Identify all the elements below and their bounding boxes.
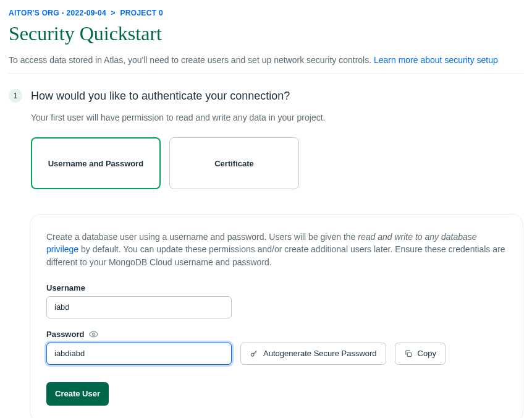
- password-label: Password: [46, 330, 507, 339]
- intro-link[interactable]: Learn more about security setup: [374, 55, 498, 65]
- auth-method-options: Username and Password Certificate: [31, 137, 523, 189]
- copy-button[interactable]: Copy: [395, 343, 445, 365]
- key-icon: [250, 349, 258, 358]
- page-title: Security Quickstart: [9, 22, 523, 45]
- breadcrumb-project[interactable]: PROJECT 0: [120, 9, 163, 17]
- username-input[interactable]: [46, 296, 232, 318]
- copy-label: Copy: [418, 349, 436, 358]
- panel-description: Create a database user using a username …: [46, 231, 507, 268]
- intro-text: To access data stored in Atlas, you'll n…: [9, 55, 523, 74]
- method-certificate[interactable]: Certificate: [169, 137, 299, 189]
- panel-desc-post: by default. You can update these permiss…: [46, 244, 505, 267]
- breadcrumb-sep: >: [111, 9, 116, 17]
- password-label-text: Password: [46, 330, 84, 339]
- autogenerate-button[interactable]: Autogenerate Secure Password: [240, 343, 386, 365]
- eye-icon[interactable]: [89, 330, 98, 339]
- autogenerate-label: Autogenerate Secure Password: [263, 349, 377, 358]
- step-1-badge: 1: [9, 89, 22, 103]
- breadcrumb: AITOR'S ORG - 2022-09-04 > PROJECT 0: [9, 9, 523, 17]
- svg-point-1: [251, 353, 254, 356]
- step-1-sub: Your first user will have permission to …: [31, 113, 523, 122]
- password-input[interactable]: [46, 343, 232, 365]
- step-1-heading: How would you like to authenticate your …: [31, 90, 290, 103]
- panel-desc-pre: Create a database user using a username …: [46, 232, 358, 242]
- breadcrumb-org[interactable]: AITOR'S ORG - 2022-09-04: [9, 9, 106, 17]
- intro-copy: To access data stored in Atlas, you'll n…: [9, 55, 374, 65]
- username-label: Username: [46, 283, 507, 292]
- step-1-header: 1 How would you like to authenticate you…: [9, 89, 523, 103]
- panel-desc-em: read and write to any database: [358, 232, 476, 242]
- svg-rect-2: [407, 352, 411, 356]
- method-username-password[interactable]: Username and Password: [31, 137, 161, 189]
- copy-icon: [404, 349, 413, 358]
- user-panel: Create a database user using a username …: [30, 214, 523, 418]
- create-user-button[interactable]: Create User: [46, 382, 109, 406]
- panel-privilege-link[interactable]: privilege: [46, 244, 78, 254]
- svg-point-0: [93, 333, 95, 336]
